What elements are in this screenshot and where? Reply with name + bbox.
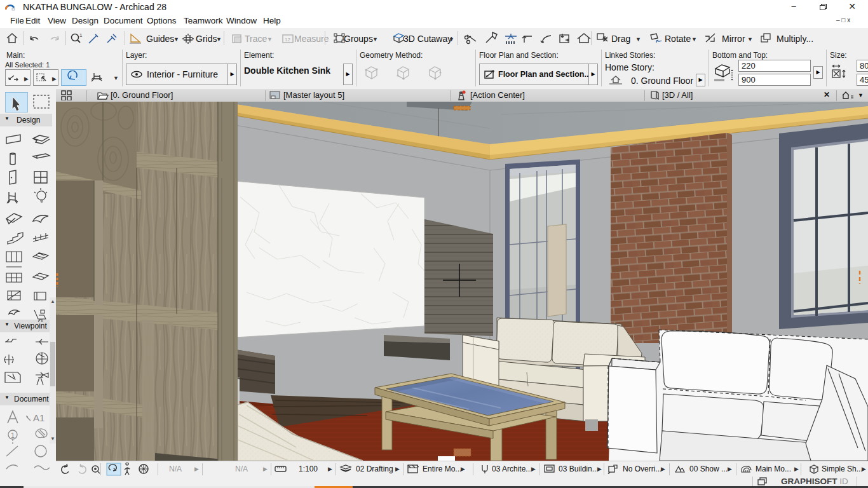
svg-text:▼: ▼ <box>113 75 119 81</box>
svg-text:12: 12 <box>285 37 290 43</box>
svg-text:1: 1 <box>11 431 15 439</box>
svg-text:1: 1 <box>79 32 83 38</box>
svg-text:▶: ▶ <box>52 76 57 82</box>
svg-text:A1: A1 <box>33 412 44 423</box>
svg-text:▶: ▶ <box>24 76 29 82</box>
